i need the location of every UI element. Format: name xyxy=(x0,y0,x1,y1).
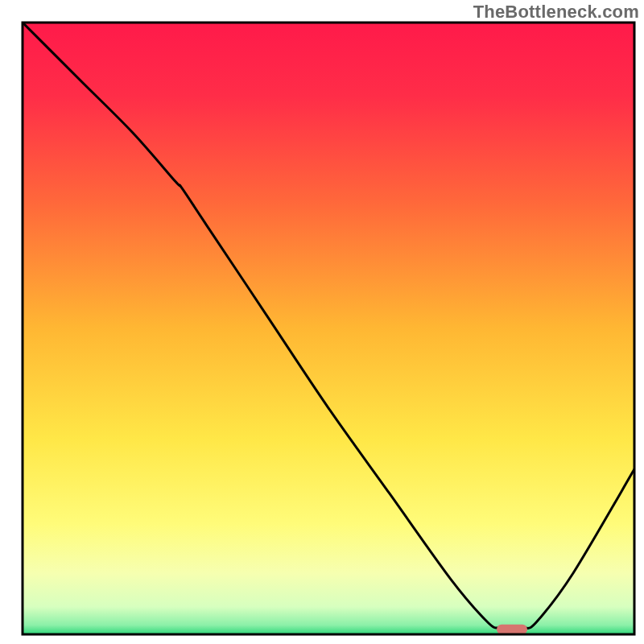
watermark-text: TheBottleneck.com xyxy=(473,2,639,23)
chart-svg xyxy=(0,0,644,644)
optimal-range-marker xyxy=(497,625,527,634)
chart-container: TheBottleneck.com xyxy=(0,0,644,644)
